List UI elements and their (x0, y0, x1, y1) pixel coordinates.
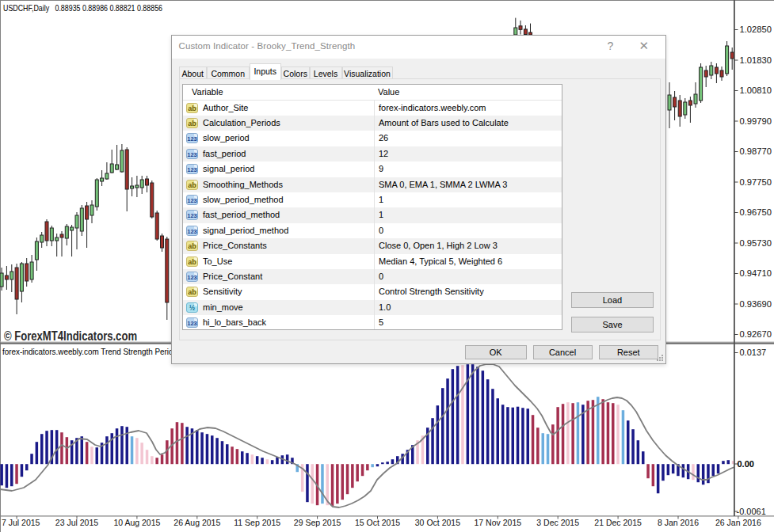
svg-text:forex-indicators.weebly.com Tr: forex-indicators.weebly.com Trend Streng… (2, 347, 195, 356)
svg-text:30 Oct 2015: 30 Oct 2015 (415, 518, 460, 527)
svg-text:8 Jan 2016: 8 Jan 2016 (658, 518, 699, 527)
svg-text:10 Aug 2015: 10 Aug 2015 (113, 518, 160, 527)
svg-text:0.98770: 0.98770 (740, 146, 772, 156)
svg-text:1.00810: 1.00810 (740, 86, 772, 95)
svg-text:-0.0061: -0.0061 (737, 507, 766, 516)
svg-text:USDCHF,Daily 0.88935 0.88986: USDCHF,Daily 0.88935 0.88986 0.88821 0.8… (3, 3, 162, 13)
svg-text:0.99790: 0.99790 (740, 116, 772, 126)
svg-text:0.94710: 0.94710 (740, 268, 772, 278)
svg-text:0.92670: 0.92670 (740, 329, 772, 339)
svg-text:1.01830: 1.01830 (740, 55, 772, 65)
svg-text:3 Dec 2015: 3 Dec 2015 (536, 518, 579, 527)
svg-text:0.93690: 0.93690 (740, 299, 772, 309)
svg-text:26 Aug 2015: 26 Aug 2015 (173, 518, 220, 527)
svg-text:© ForexMT4Indicators.com: © ForexMT4Indicators.com (4, 329, 137, 343)
svg-text:0.96750: 0.96750 (740, 207, 772, 217)
svg-text:15 Oct 2015: 15 Oct 2015 (355, 518, 400, 527)
svg-text:21 Dec 2015: 21 Dec 2015 (594, 518, 642, 527)
svg-text:1.02850: 1.02850 (740, 25, 772, 34)
svg-text:26 Jan 2016: 26 Jan 2016 (715, 518, 761, 527)
svg-text:0.97750: 0.97750 (740, 177, 772, 187)
svg-text:29 Sep 2015: 29 Sep 2015 (294, 518, 341, 527)
svg-text:17 Nov 2015: 17 Nov 2015 (475, 518, 522, 527)
svg-text:11 Sep 2015: 11 Sep 2015 (234, 518, 280, 527)
svg-text:7 Jul 2015: 7 Jul 2015 (2, 518, 40, 527)
svg-text:23 Jul 2015: 23 Jul 2015 (55, 518, 98, 527)
svg-text:0.95730: 0.95730 (740, 238, 772, 248)
svg-text:0.00: 0.00 (738, 459, 754, 469)
svg-text:0.0137: 0.0137 (740, 348, 767, 357)
